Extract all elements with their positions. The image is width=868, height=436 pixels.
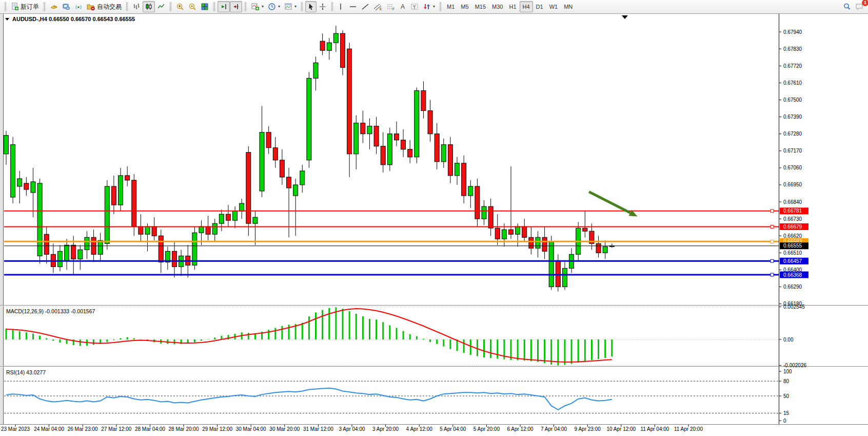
toolbar-grip[interactable] (169, 2, 172, 11)
candle-body (71, 245, 76, 259)
candle-body (31, 182, 35, 193)
candle-body (522, 226, 527, 237)
price-tick-label: 0.66840 (783, 199, 802, 205)
candle-body (246, 153, 251, 223)
candle-body (475, 186, 480, 219)
candle-body (260, 132, 264, 191)
svg-text:0.66679: 0.66679 (783, 224, 802, 230)
crosshair-button[interactable] (317, 1, 329, 12)
hline-handle[interactable] (771, 210, 774, 213)
rsi-axis-label: 100 (783, 369, 792, 374)
candle-body (125, 176, 130, 180)
candle-body (341, 33, 345, 67)
toolbar-grip[interactable] (4, 2, 7, 11)
price-tick-label: 0.67280 (783, 131, 802, 137)
market-watch-button[interactable] (48, 1, 60, 12)
timeframe-m30-button[interactable]: M30 (489, 1, 506, 12)
zoom-in-button[interactable] (174, 1, 186, 12)
candle-body (327, 43, 331, 50)
timeframe-mn-button[interactable]: MN (561, 1, 576, 12)
hline-handle[interactable] (771, 273, 774, 276)
line-chart-button[interactable] (155, 1, 167, 12)
candle-body (347, 49, 352, 154)
toolbar-grip[interactable] (126, 2, 128, 11)
market-watch-icon (50, 3, 58, 11)
toolbar-grip[interactable] (213, 2, 215, 11)
toolbar-grip[interactable] (301, 2, 303, 11)
svg-text:A: A (401, 3, 405, 10)
zoom-out-button[interactable] (186, 1, 199, 12)
price-tag: 0.66368 (780, 272, 808, 278)
text-label-button[interactable]: T (408, 1, 421, 12)
candle-body (105, 186, 109, 243)
candle-body (253, 217, 258, 223)
toolbar-grip[interactable] (331, 2, 333, 11)
bar-chart-button[interactable] (130, 1, 143, 12)
hline-handle[interactable] (771, 240, 774, 243)
search-button[interactable] (841, 1, 853, 12)
symbol-title: AUDUSD-,H4 0.66550 0.66570 0.66543 0.665… (12, 16, 135, 22)
timeframe-m5-button[interactable]: M5 (458, 1, 471, 12)
equidistant-channel-button[interactable]: E (371, 1, 384, 12)
price-tick-label: 0.67720 (783, 63, 802, 69)
candlestick-chart-button[interactable] (143, 1, 155, 12)
price-tick-label: 0.66290 (783, 284, 802, 290)
candle-body (85, 237, 89, 250)
toolbar-grip[interactable] (439, 2, 442, 11)
trendline-icon (361, 3, 369, 11)
timeframe-w1-button[interactable]: W1 (546, 1, 561, 12)
text-button[interactable]: A (397, 1, 408, 12)
price-tag: 0.66781 (780, 207, 808, 214)
timeframe-d1-button[interactable]: D1 (533, 1, 546, 12)
hline-handle[interactable] (771, 225, 774, 228)
auto-scroll-button[interactable] (218, 1, 230, 12)
window-left-edge (0, 14, 3, 424)
hline-handle[interactable] (771, 259, 774, 262)
auto-trading-button[interactable]: 自动交易 (85, 1, 124, 12)
time-tick-label: 24 Mar 04:00 (34, 426, 64, 432)
signals-button[interactable] (72, 1, 85, 12)
time-tick-label: 11 Apr 04:00 (640, 426, 669, 432)
chart-shift-button[interactable] (230, 1, 242, 12)
candle-body (78, 250, 83, 259)
toolbar-grip[interactable] (244, 2, 247, 11)
candle-body (408, 149, 412, 157)
horizontal-line-button[interactable] (347, 1, 359, 12)
candle-body (307, 78, 311, 160)
new-order-button[interactable]: 新订单 (9, 1, 41, 12)
candle-body (583, 228, 587, 231)
arrows-button[interactable]: ▾ (421, 1, 437, 12)
candle-body (603, 247, 607, 253)
tile-windows-button[interactable] (199, 1, 211, 12)
macd-axis-label: 0.00 (783, 337, 794, 343)
rsi-label: RSI(14) 43.0277 (6, 369, 46, 375)
fibonacci-button[interactable]: F (384, 1, 397, 12)
svg-text:F: F (392, 7, 394, 11)
horizontal-line-icon (349, 3, 357, 11)
candle-body (502, 230, 506, 239)
candle-body (280, 160, 284, 177)
terminal-button[interactable] (60, 1, 72, 12)
price-tick-label: 0.67940 (783, 29, 802, 35)
price-tick-label: 0.67060 (783, 165, 802, 170)
timeframe-m15-button[interactable]: M15 (472, 1, 489, 12)
timeframe-h1-button[interactable]: H1 (506, 1, 519, 12)
toolbar-grip[interactable] (43, 2, 46, 11)
timeframe-h4-button[interactable]: H4 (520, 1, 533, 12)
periods-button[interactable]: ▾ (266, 1, 282, 12)
candle-body (273, 148, 278, 160)
chart-window[interactable]: 0.679400.678300.677200.676100.675000.673… (0, 14, 868, 436)
text-label-icon: T (410, 3, 419, 11)
timeframe-m1-button[interactable]: M1 (444, 1, 458, 12)
time-axis[interactable]: 23 Mar 202324 Mar 04:0026 Mar 23:0027 Ma… (1, 425, 703, 432)
vertical-line-icon (338, 3, 344, 11)
candle-body (448, 145, 452, 176)
indicators-button[interactable]: ▾ (249, 1, 266, 12)
trendline-button[interactable] (359, 1, 371, 12)
cursor-button[interactable] (305, 1, 317, 12)
auto-trading-label: 自动交易 (97, 3, 122, 11)
templates-button[interactable]: ▾ (282, 1, 299, 12)
crosshair-icon (319, 3, 327, 11)
vertical-line-button[interactable] (336, 1, 347, 12)
candle-body (219, 214, 224, 223)
